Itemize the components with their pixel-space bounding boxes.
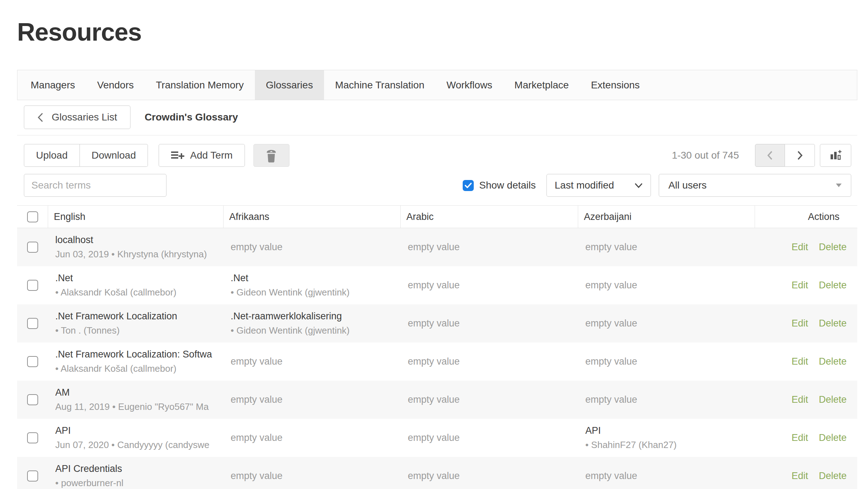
tab-machine-translation[interactable]: Machine Translation bbox=[324, 70, 436, 100]
tab-vendors[interactable]: Vendors bbox=[86, 70, 145, 100]
delete-link[interactable]: Delete bbox=[819, 242, 847, 253]
filter-row: Show details Last modified All users bbox=[24, 174, 851, 197]
row-checkbox[interactable] bbox=[27, 318, 38, 329]
columns-plus-icon bbox=[829, 149, 842, 162]
term-cell: AM Aug 11, 2019 • Eugenio "Ryo567" Ma bbox=[48, 381, 224, 419]
term-meta: • ShahinF27 (Khan27) bbox=[585, 439, 755, 451]
checkbox-checked-icon[interactable] bbox=[463, 180, 474, 191]
row-checkbox[interactable] bbox=[27, 394, 38, 405]
edit-link[interactable]: Edit bbox=[791, 394, 808, 405]
edit-link[interactable]: Edit bbox=[791, 318, 808, 329]
term-meta: • Gideon Wentink (gjwentink) bbox=[231, 325, 401, 336]
page-title: Resources bbox=[17, 17, 857, 47]
empty-value: empty value bbox=[408, 280, 578, 291]
row-checkbox[interactable] bbox=[27, 356, 38, 367]
term-meta: • Gideon Wentink (gjwentink) bbox=[231, 287, 401, 298]
tab-translation-memory[interactable]: Translation Memory bbox=[145, 70, 255, 100]
term-title: API bbox=[55, 425, 224, 436]
tab-marketplace[interactable]: Marketplace bbox=[503, 70, 580, 100]
sort-select[interactable]: Last modified bbox=[546, 174, 651, 197]
prev-page-button[interactable] bbox=[755, 144, 785, 167]
empty-value: empty value bbox=[585, 318, 755, 329]
delete-link[interactable]: Delete bbox=[819, 394, 847, 405]
term-cell: empty value bbox=[401, 343, 578, 381]
row-checkbox[interactable] bbox=[27, 242, 38, 253]
resources-tabbar: Managers Vendors Translation Memory Glos… bbox=[17, 70, 857, 100]
term-cell: API Jun 07, 2020 • Candyyyyy (candyswe bbox=[48, 419, 224, 457]
column-header-azerbaijani: Azerbaijani bbox=[578, 206, 755, 228]
term-cell: .Net • Gideon Wentink (gjwentink) bbox=[224, 266, 401, 304]
tab-workflows[interactable]: Workflows bbox=[435, 70, 503, 100]
table-row: .Net Framework Localization: Softwa • Al… bbox=[17, 343, 857, 381]
delete-link[interactable]: Delete bbox=[819, 432, 847, 443]
term-meta: • Alaksandr Košal (callmebor) bbox=[55, 363, 224, 374]
edit-link[interactable]: Edit bbox=[791, 356, 808, 367]
row-checkbox[interactable] bbox=[27, 432, 38, 443]
empty-value: empty value bbox=[231, 470, 401, 482]
term-cell: empty value bbox=[401, 381, 578, 419]
delete-link[interactable]: Delete bbox=[819, 280, 847, 291]
term-cell: .Net Framework Localization • Ton . (Ton… bbox=[48, 304, 224, 343]
column-header-arabic: Arabic bbox=[401, 206, 578, 228]
empty-value: empty value bbox=[408, 394, 578, 405]
upload-download-group: Upload Download bbox=[24, 144, 148, 167]
term-cell: empty value bbox=[578, 381, 755, 419]
term-title: .Net Framework Localization bbox=[55, 311, 224, 322]
term-cell: empty value bbox=[401, 266, 578, 304]
row-checkbox[interactable] bbox=[27, 470, 38, 482]
chevron-down-icon bbox=[635, 183, 643, 188]
tab-glossaries[interactable]: Glossaries bbox=[255, 70, 324, 100]
toolbar: Upload Download Add Term bbox=[24, 144, 851, 167]
term-cell: empty value bbox=[578, 266, 755, 304]
table-row: API Credentials • powerburner-nl empty v… bbox=[17, 457, 857, 489]
pager-group bbox=[755, 144, 815, 167]
term-cell: empty value bbox=[224, 457, 401, 489]
empty-value: empty value bbox=[585, 280, 755, 291]
users-filter-select[interactable]: All users bbox=[659, 174, 851, 197]
users-filter-value: All users bbox=[668, 180, 707, 191]
term-cell: empty value bbox=[224, 343, 401, 381]
delete-link[interactable]: Delete bbox=[819, 318, 847, 329]
term-meta: Aug 11, 2019 • Eugenio "Ryo567" Ma bbox=[55, 401, 224, 412]
term-cell: API Credentials • powerburner-nl bbox=[48, 457, 224, 489]
upload-button[interactable]: Upload bbox=[24, 144, 80, 167]
column-header-english: English bbox=[48, 206, 224, 228]
row-checkbox[interactable] bbox=[27, 280, 38, 291]
trash-icon bbox=[264, 148, 278, 163]
edit-link[interactable]: Edit bbox=[791, 242, 808, 253]
chevron-left-icon bbox=[766, 150, 774, 161]
delete-link[interactable]: Delete bbox=[819, 356, 847, 367]
show-details-toggle[interactable]: Show details bbox=[463, 180, 536, 191]
term-meta: Jun 07, 2020 • Candyyyyy (candyswe bbox=[55, 439, 224, 451]
download-button[interactable]: Download bbox=[80, 144, 148, 167]
empty-value: empty value bbox=[408, 432, 578, 443]
delete-link[interactable]: Delete bbox=[819, 470, 847, 482]
next-page-button[interactable] bbox=[785, 144, 815, 167]
show-details-label: Show details bbox=[479, 180, 536, 191]
manage-columns-button[interactable] bbox=[820, 144, 851, 167]
term-title: API Credentials bbox=[55, 463, 224, 474]
edit-link[interactable]: Edit bbox=[791, 432, 808, 443]
term-title: .Net bbox=[231, 273, 401, 284]
add-term-button[interactable]: Add Term bbox=[159, 144, 245, 167]
term-cell: empty value bbox=[401, 419, 578, 457]
tab-managers[interactable]: Managers bbox=[20, 70, 86, 100]
term-cell: empty value bbox=[224, 419, 401, 457]
triangle-down-icon bbox=[836, 184, 842, 187]
term-meta: • Alaksandr Košal (callmebor) bbox=[55, 287, 224, 298]
add-term-list-plus-icon bbox=[171, 150, 184, 161]
table-row: .Net Framework Localization • Ton . (Ton… bbox=[17, 304, 857, 343]
tab-extensions[interactable]: Extensions bbox=[580, 70, 651, 100]
term-cell: empty value bbox=[578, 304, 755, 343]
search-input[interactable] bbox=[24, 174, 166, 197]
actions-cell: Edit Delete bbox=[755, 381, 857, 419]
edit-link[interactable]: Edit bbox=[791, 470, 808, 482]
delete-selected-button[interactable] bbox=[253, 144, 289, 167]
select-all-checkbox[interactable] bbox=[27, 211, 38, 222]
edit-link[interactable]: Edit bbox=[791, 280, 808, 291]
glossaries-list-back-button[interactable]: Glossaries List bbox=[24, 105, 130, 129]
pagination-label: 1-30 out of 745 bbox=[672, 150, 739, 161]
sort-select-value: Last modified bbox=[555, 180, 614, 191]
term-cell: empty value bbox=[578, 343, 755, 381]
term-cell: .Net-raamwerklokalisering • Gideon Wenti… bbox=[224, 304, 401, 343]
